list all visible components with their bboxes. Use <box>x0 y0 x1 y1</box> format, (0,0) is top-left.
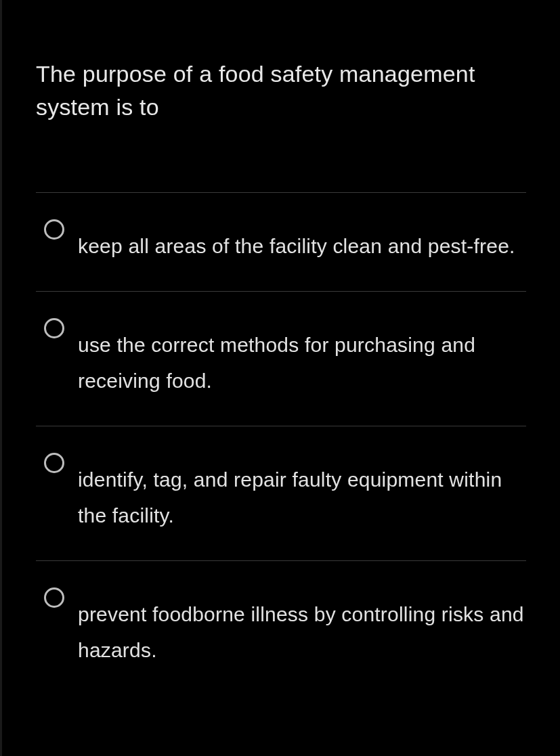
option-label: identify, tag, and repair faulty equipme… <box>78 450 526 533</box>
option-label: use the correct methods for purchasing a… <box>78 315 526 399</box>
option-label: prevent foodborne illness by controlling… <box>78 585 526 668</box>
options-list: keep all areas of the facility clean and… <box>36 192 526 696</box>
question-container: The purpose of a food safety management … <box>2 0 560 695</box>
radio-icon[interactable] <box>44 318 64 338</box>
option-label: keep all areas of the facility clean and… <box>78 217 515 265</box>
radio-icon[interactable] <box>44 219 64 240</box>
option-row-2[interactable]: identify, tag, and repair faulty equipme… <box>36 426 526 560</box>
option-row-3[interactable]: prevent foodborne illness by controlling… <box>36 560 526 695</box>
radio-icon[interactable] <box>44 453 64 473</box>
question-prompt: The purpose of a food safety management … <box>36 58 526 125</box>
option-row-0[interactable]: keep all areas of the facility clean and… <box>36 192 526 292</box>
option-row-1[interactable]: use the correct methods for purchasing a… <box>36 291 526 426</box>
radio-icon[interactable] <box>44 587 64 608</box>
